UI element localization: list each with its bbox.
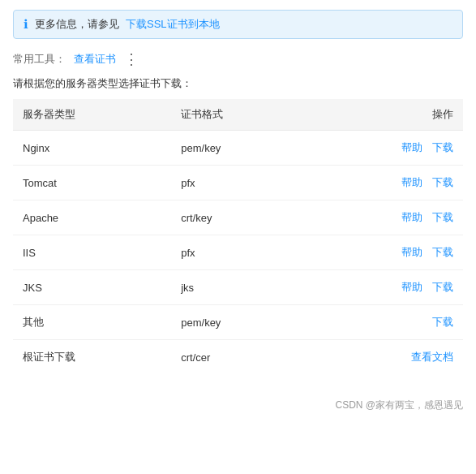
col-server-type: 服务器类型 bbox=[13, 99, 171, 131]
server-type-cell: Nginx bbox=[13, 131, 171, 166]
col-action: 操作 bbox=[307, 99, 463, 131]
cert-table: 服务器类型 证书格式 操作 Nginxpem/key帮助下载Tomcatpfx帮… bbox=[13, 99, 463, 374]
action-cell: 帮助下载 bbox=[307, 131, 463, 166]
action-link[interactable]: 下载 bbox=[432, 315, 453, 330]
toolbar-label: 常用工具： bbox=[13, 52, 66, 67]
server-type-cell: IIS bbox=[13, 235, 171, 270]
table-row: Tomcatpfx帮助下载 bbox=[13, 166, 463, 200]
action-link[interactable]: 下载 bbox=[432, 210, 453, 225]
server-type-cell: 根证书下载 bbox=[13, 340, 171, 375]
cert-format-cell: pfx bbox=[171, 235, 307, 270]
col-cert-format: 证书格式 bbox=[171, 99, 307, 131]
table-row: Apachecrt/key帮助下载 bbox=[13, 200, 463, 235]
cert-format-cell: crt/key bbox=[171, 200, 307, 235]
action-cell: 帮助下载 bbox=[307, 200, 463, 235]
footer: CSDN @家有两宝，感恩遇见 bbox=[13, 390, 463, 412]
cert-format-cell: jks bbox=[171, 270, 307, 305]
action-cell: 下载 bbox=[307, 305, 463, 340]
cert-format-cell: pem/key bbox=[171, 131, 307, 166]
table-header-row: 服务器类型 证书格式 操作 bbox=[13, 99, 463, 131]
help-link[interactable]: 帮助 bbox=[401, 245, 422, 260]
server-type-cell: 其他 bbox=[13, 305, 171, 340]
table-row: 根证书下载crt/cer查看文档 bbox=[13, 340, 463, 375]
cert-format-cell: crt/cer bbox=[171, 340, 307, 375]
toolbar: 常用工具： 查看证书 ⋮ bbox=[13, 52, 463, 67]
action-link[interactable]: 下载 bbox=[432, 140, 453, 155]
help-link[interactable]: 帮助 bbox=[401, 140, 422, 155]
help-link[interactable]: 帮助 bbox=[401, 280, 422, 295]
action-cell: 帮助下载 bbox=[307, 270, 463, 305]
action-cell: 帮助下载 bbox=[307, 166, 463, 200]
view-cert-link[interactable]: 查看证书 bbox=[74, 52, 116, 67]
cert-format-cell: pem/key bbox=[171, 305, 307, 340]
info-text: 更多信息，请参见 bbox=[35, 17, 119, 32]
description: 请根据您的服务器类型选择证书下载： bbox=[13, 76, 463, 91]
action-link[interactable]: 下载 bbox=[432, 280, 453, 295]
action-cell: 帮助下载 bbox=[307, 235, 463, 270]
server-type-cell: Apache bbox=[13, 200, 171, 235]
more-icon[interactable]: ⋮ bbox=[124, 52, 139, 67]
info-icon: ℹ bbox=[24, 17, 28, 32]
action-link[interactable]: 查看文档 bbox=[411, 350, 453, 364]
table-row: JKSjks帮助下载 bbox=[13, 270, 463, 305]
server-type-cell: Tomcat bbox=[13, 166, 171, 200]
server-type-cell: JKS bbox=[13, 270, 171, 305]
help-link[interactable]: 帮助 bbox=[401, 210, 422, 225]
action-link[interactable]: 下载 bbox=[432, 175, 453, 190]
help-link[interactable]: 帮助 bbox=[401, 175, 422, 190]
info-bar: ℹ 更多信息，请参见 下载SSL证书到本地 bbox=[13, 10, 463, 39]
ssl-download-link[interactable]: 下载SSL证书到本地 bbox=[126, 17, 220, 32]
action-cell: 查看文档 bbox=[307, 340, 463, 375]
action-link[interactable]: 下载 bbox=[432, 245, 453, 260]
cert-format-cell: pfx bbox=[171, 166, 307, 200]
table-row: 其他pem/key下载 bbox=[13, 305, 463, 340]
table-row: IISpfx帮助下载 bbox=[13, 235, 463, 270]
table-row: Nginxpem/key帮助下载 bbox=[13, 131, 463, 166]
